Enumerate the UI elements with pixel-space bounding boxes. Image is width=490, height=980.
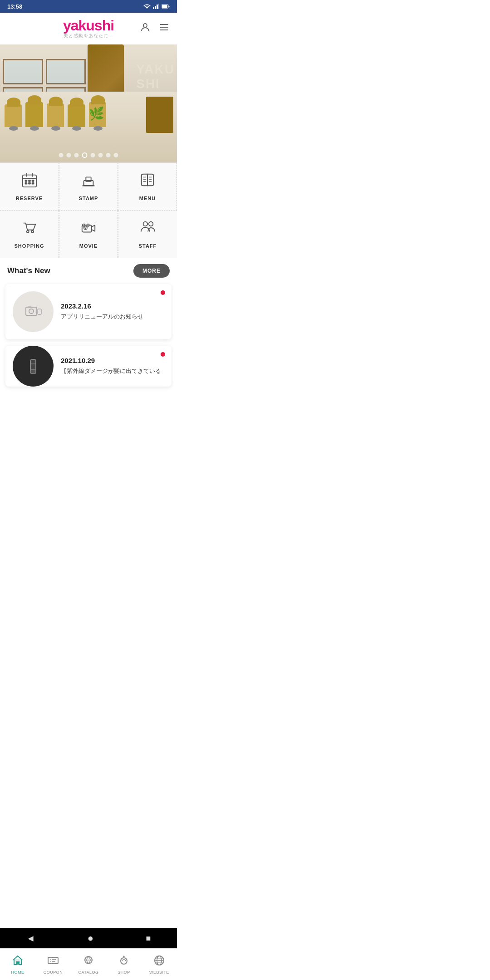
- grid-item-shopping[interactable]: SHOPPING: [0, 211, 59, 258]
- signal-icon: [153, 4, 159, 9]
- svg-rect-16: [25, 180, 27, 181]
- calendar-icon: [21, 172, 38, 188]
- staff-icon: [140, 220, 156, 240]
- svg-rect-17: [29, 180, 30, 181]
- dot-5[interactable]: [91, 153, 95, 157]
- dot-7[interactable]: [106, 153, 111, 157]
- stamp-svg-icon: [80, 172, 97, 188]
- logo-text: yakushi: [63, 18, 114, 33]
- svg-rect-2: [155, 6, 156, 9]
- salon-image: 🌿 YAKUSHI: [0, 44, 177, 162]
- svg-point-40: [148, 222, 152, 226]
- grid-item-reserve[interactable]: RESERVE: [0, 163, 59, 211]
- more-button[interactable]: MORE: [133, 264, 170, 278]
- shopping-icon: [21, 220, 38, 240]
- news-content-1: 2023.2.16 アプリリニューアルのお知らせ: [61, 302, 164, 321]
- wifi-icon: [143, 4, 151, 9]
- header-icons: [140, 22, 170, 35]
- news-date-2: 2021.10.29: [61, 357, 164, 364]
- news-text-2: 【紫外線ダメージが髪に出てきている: [61, 367, 164, 375]
- hero-slider[interactable]: 🌿 YAKUSHI: [0, 44, 177, 162]
- logo-subtitle: 美と感動をあなたに…: [63, 33, 114, 39]
- svg-rect-46: [30, 370, 36, 373]
- svg-point-42: [29, 309, 34, 314]
- header: yakushi 美と感動をあなたに…: [0, 13, 177, 44]
- news-date-1: 2023.2.16: [61, 302, 164, 310]
- dot-8[interactable]: [114, 153, 118, 157]
- svg-rect-6: [162, 5, 167, 8]
- yakushi-sign: YAKUSHI: [136, 62, 175, 91]
- svg-rect-18: [32, 180, 34, 181]
- dot-4[interactable]: [82, 152, 88, 158]
- news-thumbnail-1: [13, 291, 54, 332]
- status-bar: 13:58: [0, 0, 177, 13]
- profile-icon[interactable]: [140, 22, 151, 35]
- reserve-icon: [21, 172, 38, 192]
- stamp-icon: [80, 172, 97, 192]
- staff-label: STAFF: [139, 243, 157, 249]
- stamp-label: STAMP: [79, 196, 98, 201]
- status-icons: [143, 4, 170, 9]
- grid-item-movie[interactable]: MOVIE: [59, 211, 118, 258]
- whats-new-title: What's New: [7, 266, 50, 275]
- movie-svg-icon: [80, 220, 97, 236]
- svg-point-8: [143, 24, 147, 27]
- svg-rect-3: [157, 5, 158, 9]
- news-text-1: アプリリニューアルのお知らせ: [61, 313, 164, 321]
- news-content-2: 2021.10.29 【紫外線ダメージが髪に出てきている: [61, 357, 164, 375]
- menu-label: MENU: [139, 196, 156, 201]
- book-svg-icon: [139, 172, 156, 188]
- news-dot-2: [161, 352, 165, 357]
- svg-rect-4: [158, 4, 159, 9]
- dot-6[interactable]: [98, 153, 103, 157]
- svg-rect-1: [153, 7, 154, 9]
- grid-item-staff[interactable]: STAFF: [118, 211, 177, 258]
- placeholder-icon-2: [24, 357, 42, 375]
- time-display: 13:58: [7, 3, 22, 10]
- battery-icon: [162, 4, 170, 9]
- movie-label: MOVIE: [79, 243, 98, 249]
- svg-rect-7: [169, 6, 170, 7]
- cart-svg-icon: [21, 220, 38, 236]
- svg-point-0: [147, 9, 147, 10]
- news-card-1[interactable]: 2023.2.16 アプリリニューアルのお知らせ: [5, 284, 172, 339]
- news-thumbnail-2: [13, 346, 54, 387]
- logo: yakushi 美と感動をあなたに…: [63, 18, 114, 39]
- svg-rect-19: [25, 183, 27, 184]
- grid-item-menu[interactable]: MENU: [118, 163, 177, 211]
- shopping-label: SHOPPING: [14, 243, 44, 249]
- svg-rect-44: [28, 306, 31, 308]
- svg-rect-43: [38, 309, 41, 314]
- menu-icon[interactable]: [159, 22, 170, 35]
- slider-dots: [59, 152, 118, 158]
- dot-1[interactable]: [59, 153, 64, 157]
- svg-point-36: [85, 227, 86, 229]
- reserve-label: RESERVE: [16, 196, 43, 201]
- svg-point-32: [26, 230, 29, 233]
- movie-icon: [80, 220, 97, 240]
- menu-book-icon: [139, 172, 156, 192]
- svg-point-33: [31, 230, 34, 233]
- staff-svg-icon: [140, 220, 156, 236]
- dot-2[interactable]: [67, 153, 71, 157]
- grid-menu: RESERVE STAMP MENU: [0, 162, 177, 258]
- dot-3[interactable]: [74, 153, 79, 157]
- whats-new-section: What's New MORE: [0, 258, 177, 284]
- placeholder-icon-1: [24, 303, 42, 321]
- svg-rect-21: [32, 183, 34, 184]
- svg-rect-41: [26, 307, 37, 315]
- svg-point-39: [143, 222, 147, 226]
- news-dot-1: [161, 290, 165, 295]
- svg-rect-20: [29, 183, 30, 184]
- news-card-2[interactable]: 2021.10.29 【紫外線ダメージが髪に出てきている: [5, 346, 172, 387]
- grid-item-stamp[interactable]: STAMP: [59, 163, 118, 211]
